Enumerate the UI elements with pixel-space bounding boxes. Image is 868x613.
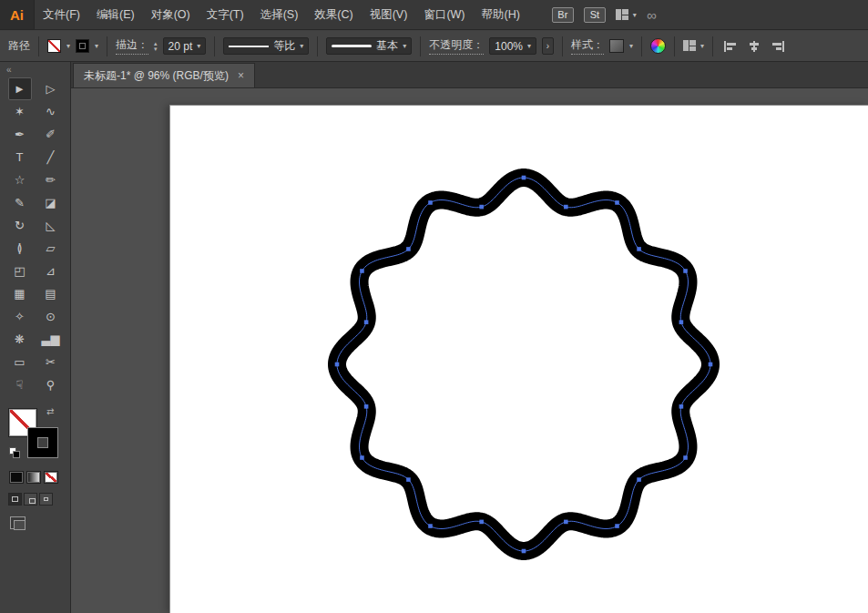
pencil-tool[interactable]: ✎ bbox=[8, 191, 32, 214]
graphic-style-swatch[interactable] bbox=[609, 39, 624, 53]
swap-fill-stroke-icon[interactable]: ⇄ bbox=[46, 406, 54, 416]
stroke-swatch[interactable] bbox=[28, 428, 57, 457]
stock-button[interactable]: St bbox=[584, 7, 606, 23]
document-tab[interactable]: 未标题-1* @ 96% (RGB/预览) × bbox=[73, 63, 255, 87]
chevron-down-icon[interactable]: ▾ bbox=[66, 42, 70, 50]
chevron-down-icon[interactable]: ▾ bbox=[629, 42, 633, 50]
anchor-point[interactable] bbox=[522, 176, 526, 180]
tab-close-button[interactable]: × bbox=[238, 69, 244, 82]
symbol-sprayer-tool[interactable]: ❋ bbox=[8, 328, 32, 351]
scale-tool[interactable]: ◺ bbox=[39, 214, 63, 237]
chevron-down-icon[interactable]: ▾ bbox=[95, 42, 98, 50]
free-transform-tool[interactable]: ▱ bbox=[39, 237, 63, 260]
draw-inside-mode-button[interactable] bbox=[39, 493, 53, 506]
column-graph-tool[interactable]: ▃▆ bbox=[39, 328, 63, 351]
cs-live-icon[interactable]: ∞ bbox=[647, 7, 657, 23]
default-fill-stroke-icon[interactable] bbox=[9, 447, 22, 459]
blob-brush-tool[interactable]: ✐ bbox=[39, 123, 63, 146]
anchor-point[interactable] bbox=[683, 455, 688, 460]
width-profile-select[interactable]: 等比 ▾ bbox=[223, 37, 309, 55]
stroke-weight-select[interactable]: 20 pt ▾ bbox=[163, 37, 207, 55]
magic-wand-tool[interactable]: ✶ bbox=[8, 100, 32, 123]
anchor-point[interactable] bbox=[564, 520, 568, 525]
anchor-point[interactable] bbox=[564, 205, 568, 209]
anchor-point[interactable] bbox=[615, 200, 619, 205]
none-button[interactable] bbox=[44, 471, 58, 484]
opacity-panel-link[interactable]: 不透明度： bbox=[429, 37, 484, 55]
selection-tool[interactable]: ► bbox=[8, 77, 32, 100]
anchor-point[interactable] bbox=[637, 477, 641, 482]
stroke-color-swatch[interactable] bbox=[76, 39, 89, 53]
opacity-select[interactable]: 100% ▾ bbox=[489, 37, 536, 55]
blend-tool[interactable]: ⊙ bbox=[39, 305, 63, 328]
anchor-point[interactable] bbox=[428, 200, 433, 205]
gradient-tool[interactable]: ▤ bbox=[39, 282, 63, 305]
hand-tool[interactable]: ☟ bbox=[8, 373, 32, 396]
menu-item[interactable]: 帮助(H) bbox=[474, 7, 528, 23]
anchor-point[interactable] bbox=[479, 205, 484, 209]
opacity-flyout-button[interactable]: › bbox=[542, 37, 554, 55]
draw-normal-mode-button[interactable] bbox=[8, 493, 22, 506]
menu-item[interactable]: 选择(S) bbox=[252, 7, 307, 23]
panel-collapse-button[interactable]: « bbox=[0, 62, 70, 77]
bridge-button[interactable]: Br bbox=[552, 7, 574, 23]
type-tool[interactable]: T bbox=[8, 146, 32, 169]
eraser-tool[interactable]: ◪ bbox=[39, 191, 63, 214]
artboard-tool[interactable]: ▭ bbox=[8, 351, 32, 373]
width-tool[interactable]: ≬ bbox=[8, 237, 32, 260]
anchor-point[interactable] bbox=[335, 363, 340, 367]
anchor-point[interactable] bbox=[364, 404, 369, 409]
style-panel-link[interactable]: 样式： bbox=[571, 37, 604, 55]
perspective-grid-tool[interactable]: ⊿ bbox=[39, 260, 63, 282]
menu-item[interactable]: 文字(T) bbox=[199, 7, 252, 23]
fill-color-swatch[interactable] bbox=[47, 39, 61, 53]
menu-item[interactable]: 效果(C) bbox=[306, 7, 361, 23]
rotate-tool[interactable]: ↻ bbox=[8, 214, 32, 237]
menu-item[interactable]: 编辑(E) bbox=[88, 7, 143, 23]
slice-tool[interactable]: ✂ bbox=[39, 351, 63, 373]
anchor-point[interactable] bbox=[360, 269, 364, 273]
anchor-point[interactable] bbox=[364, 320, 369, 324]
screen-mode-button[interactable] bbox=[10, 516, 26, 529]
stepper-down-icon[interactable]: ▾ bbox=[154, 46, 158, 52]
stroke-panel-link[interactable]: 描边： bbox=[116, 37, 148, 55]
mesh-tool[interactable]: ▦ bbox=[8, 282, 32, 305]
brush-definition-select[interactable]: 基本 ▾ bbox=[326, 37, 412, 55]
align-right-button[interactable] bbox=[769, 38, 787, 55]
wavy-circle-path[interactable] bbox=[337, 178, 710, 551]
anchor-point[interactable] bbox=[679, 320, 684, 324]
anchor-point[interactable] bbox=[406, 247, 411, 251]
menu-item[interactable]: 视图(V) bbox=[362, 7, 416, 23]
paintbrush-tool[interactable]: ✏ bbox=[39, 169, 63, 191]
anchor-point[interactable] bbox=[709, 363, 713, 367]
anchor-point[interactable] bbox=[683, 269, 688, 273]
anchor-point[interactable] bbox=[479, 520, 484, 525]
star-shape-tool[interactable]: ☆ bbox=[8, 169, 32, 191]
gradient-button[interactable] bbox=[26, 471, 41, 484]
menu-item[interactable]: 文件(F) bbox=[35, 7, 88, 23]
transform-menu[interactable]: ▾ bbox=[683, 40, 704, 52]
color-button[interactable] bbox=[9, 471, 24, 484]
line-segment-tool[interactable]: ╱ bbox=[39, 146, 63, 169]
anchor-point[interactable] bbox=[522, 549, 526, 554]
anchor-point[interactable] bbox=[615, 524, 619, 528]
align-left-button[interactable] bbox=[721, 38, 740, 55]
menu-item[interactable]: 对象(O) bbox=[143, 7, 199, 23]
align-center-button[interactable] bbox=[745, 38, 763, 55]
anchor-point[interactable] bbox=[360, 455, 364, 460]
anchor-point[interactable] bbox=[679, 404, 684, 409]
direct-selection-tool[interactable]: ▷ bbox=[39, 77, 63, 100]
anchor-point[interactable] bbox=[406, 477, 411, 482]
anchor-point[interactable] bbox=[428, 524, 433, 528]
lasso-tool[interactable]: ∿ bbox=[39, 100, 63, 123]
eyedropper-tool[interactable]: ✧ bbox=[8, 305, 32, 328]
recolor-artwork-icon[interactable] bbox=[650, 38, 666, 54]
menu-item[interactable]: 窗口(W) bbox=[415, 7, 473, 23]
zoom-tool[interactable]: ⚲ bbox=[39, 373, 63, 396]
draw-behind-mode-button[interactable] bbox=[24, 493, 37, 506]
anchor-point[interactable] bbox=[637, 247, 641, 251]
workspace-switcher[interactable]: ▾ bbox=[616, 9, 637, 21]
shape-builder-tool[interactable]: ◰ bbox=[8, 260, 32, 282]
stroke-weight-stepper[interactable]: ▴ ▾ bbox=[154, 41, 158, 52]
pen-tool[interactable]: ✒ bbox=[8, 123, 32, 146]
